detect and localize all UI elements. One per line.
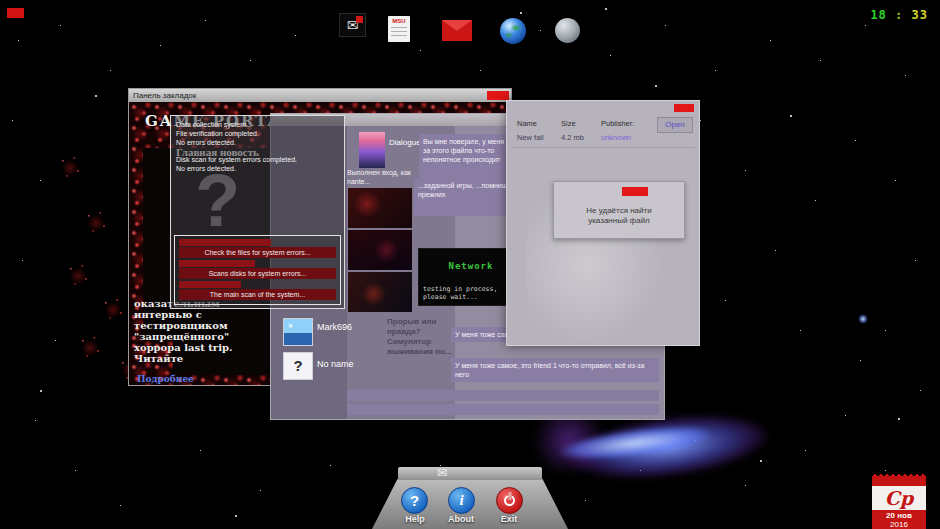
terminal-status: testing in process, please wait...: [423, 285, 515, 301]
question-avatar: ?: [283, 352, 313, 380]
photo-avatar: [283, 318, 313, 346]
red-flower-decor: [72, 330, 108, 366]
chat-bubble: У меня тоже самое, это friend 1 что-то о…: [451, 358, 659, 382]
contact-name[interactable]: No name: [317, 359, 354, 369]
main-scan-button[interactable]: The main scan of the system...: [179, 289, 336, 300]
scanner-buttons-panel: Check the files for system errors... Sca…: [174, 235, 341, 305]
help-label: Help: [398, 514, 432, 524]
sunset-thumbnail[interactable]: [359, 132, 385, 168]
doc-text-line: [391, 31, 407, 32]
file-name[interactable]: New fail: [517, 133, 544, 142]
ledge-envelope-icon: ✉: [437, 466, 447, 480]
red-flower-decor: [60, 258, 96, 294]
chat-bubble: ...заданной игры, ...помнишь прежних: [414, 178, 520, 216]
power-icon: [504, 495, 515, 506]
clock-separator: :: [895, 8, 903, 22]
contact-name[interactable]: Mark696: [317, 322, 352, 332]
mail-notification-dot: [356, 16, 363, 23]
scan-disks-button[interactable]: Scans disks for system errors...: [179, 268, 336, 279]
msu-label: MSU: [388, 18, 410, 24]
progress-bar: [179, 239, 271, 246]
msu-document-icon[interactable]: MSU: [388, 16, 410, 42]
red-flower-decor: [52, 150, 88, 186]
power-icon-bar: [508, 492, 511, 500]
doc-text-line: [391, 27, 407, 28]
scanner-log-line: Data collection system...: [176, 120, 344, 129]
calendar-body: Ср: [872, 486, 926, 510]
progress-bar: [179, 260, 255, 267]
game-thumbnail[interactable]: [348, 230, 412, 270]
login-status: Выполнен вход, как nante...: [347, 168, 417, 186]
scanner-log-line: No errors detected.: [176, 138, 344, 147]
bright-stars: [0, 0, 2, 2]
help-button[interactable]: ?: [401, 487, 428, 514]
error-close-button[interactable]: [622, 187, 648, 196]
game-thumbnail[interactable]: [348, 188, 412, 228]
scanner-log-line: File verification completed.: [176, 129, 344, 138]
game-desktop: 18 : 33 ✉ MSU Панель закладок GAME PORTA…: [0, 0, 940, 529]
open-button[interactable]: Open: [657, 117, 693, 133]
column-header-name: Name: [517, 119, 537, 128]
browser-title: Панель закладок: [129, 89, 511, 102]
envelope-flap: [442, 20, 472, 31]
calendar-torn-edge: [872, 473, 926, 481]
browser-titlebar[interactable]: Панель закладок: [129, 89, 511, 102]
column-header-size: Size: [561, 119, 576, 128]
about-button[interactable]: i: [448, 487, 475, 514]
check-files-button[interactable]: Check the files for system errors...: [179, 247, 336, 258]
dock-ledge: ✉: [398, 467, 542, 480]
empty-message-row: [347, 404, 659, 415]
game-thumbnail[interactable]: [348, 272, 412, 312]
clock-hours: 18: [870, 8, 886, 22]
mail-tray-icon[interactable]: ✉: [339, 13, 366, 37]
globe-icon[interactable]: [500, 18, 526, 44]
about-label: About: [444, 514, 478, 524]
file-size: 4.2 mb: [561, 133, 584, 142]
file-dialog-window: Name Size Publisher: Open New fail 4.2 m…: [506, 100, 700, 346]
question-icon: ?: [410, 492, 419, 509]
empty-message-row: [347, 390, 659, 401]
browser-close-button[interactable]: [487, 91, 509, 100]
site-more-link[interactable]: Подробнее: [137, 374, 194, 384]
exit-label: Exit: [492, 514, 526, 524]
clock: 18 : 33: [870, 8, 928, 22]
progress-bar: [179, 281, 241, 288]
doc-text-line: [391, 35, 407, 36]
divider: [511, 147, 695, 148]
file-dialog-close-button[interactable]: [674, 104, 694, 112]
calendar-footer: 20 нов 2016: [872, 510, 926, 529]
red-marker-button[interactable]: [7, 8, 24, 18]
error-message-box: Не удаётся найти указанный файл: [553, 181, 685, 239]
calendar-weekday: Ср: [885, 487, 913, 509]
red-envelope-icon[interactable]: [442, 20, 472, 41]
info-icon: i: [459, 492, 463, 509]
calendar-year: 2016: [872, 520, 926, 529]
error-text: Не удаётся найти указанный файл: [554, 206, 684, 226]
calendar-date: 20 нов: [872, 510, 926, 520]
red-flower-decor: [95, 292, 131, 328]
blue-star-glow: [858, 314, 868, 324]
scanner-window: Data collection system... File verificat…: [170, 115, 345, 309]
calendar-widget: Ср 20 нов 2016: [872, 473, 926, 529]
red-flower-decor: [78, 205, 114, 241]
exit-button[interactable]: [496, 487, 523, 514]
clock-minutes: 33: [912, 8, 928, 22]
gray-sphere-icon[interactable]: [555, 18, 580, 43]
question-watermark: ?: [195, 158, 240, 243]
file-publisher: unknown: [601, 133, 631, 142]
column-header-publisher: Publisher:: [601, 119, 634, 128]
